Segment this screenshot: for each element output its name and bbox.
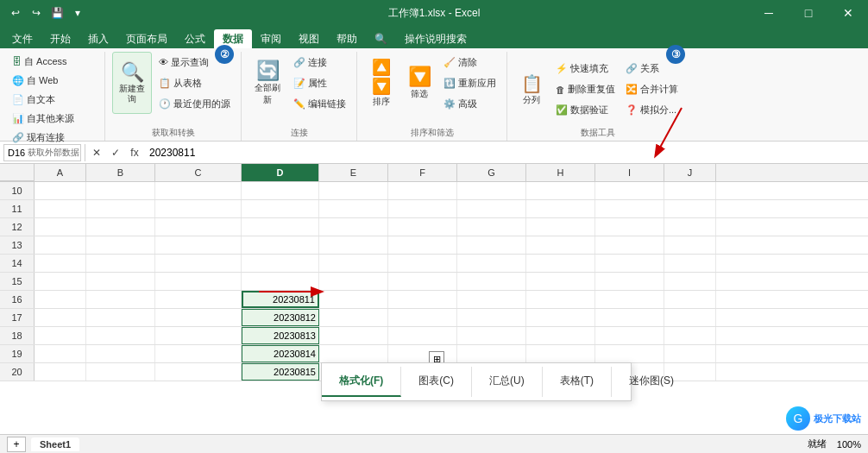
grid-cell[interactable] xyxy=(526,345,595,362)
grid-cell[interactable] xyxy=(526,255,595,272)
web-button[interactable]: 🌐 自 Web xyxy=(9,71,61,90)
row-header[interactable]: 17 xyxy=(0,309,35,326)
grid-cell[interactable] xyxy=(319,291,388,308)
col-header-b[interactable]: B xyxy=(86,164,155,181)
grid-cell[interactable]: 20230811 xyxy=(242,291,319,308)
col-header-c[interactable]: C xyxy=(155,164,242,181)
grid-cell[interactable] xyxy=(319,345,388,362)
grid-cell[interactable] xyxy=(595,345,664,362)
grid-cell[interactable] xyxy=(319,309,388,326)
tab-help[interactable]: 帮助 xyxy=(328,29,366,48)
clear-button[interactable]: 🧹 清除 xyxy=(440,54,500,71)
grid-cell[interactable] xyxy=(319,273,388,290)
grid-cell[interactable] xyxy=(595,200,664,217)
grid-cell[interactable] xyxy=(319,236,388,254)
grid-cell[interactable] xyxy=(86,255,155,272)
grid-cell[interactable] xyxy=(35,218,86,236)
grid-cell[interactable] xyxy=(155,236,242,254)
grid-cell[interactable] xyxy=(86,200,155,217)
col-header-h[interactable]: H xyxy=(526,164,595,181)
grid-cell[interactable] xyxy=(35,309,86,326)
grid-cell[interactable] xyxy=(388,291,457,308)
grid-cell[interactable] xyxy=(319,255,388,272)
filter-button[interactable]: 🔽 筛选 xyxy=(402,52,437,114)
grid-cell[interactable] xyxy=(155,218,242,236)
grid-cell[interactable] xyxy=(664,273,716,290)
close-button[interactable]: ✕ xyxy=(828,0,868,26)
grid-cell[interactable] xyxy=(86,363,155,381)
grid-cell[interactable] xyxy=(457,291,526,308)
row-header[interactable]: 14 xyxy=(0,255,35,272)
grid-cell[interactable] xyxy=(86,273,155,290)
grid-cell[interactable] xyxy=(35,200,86,217)
grid-cell[interactable] xyxy=(526,182,595,199)
grid-cell[interactable] xyxy=(595,327,664,344)
grid-cell[interactable] xyxy=(595,291,664,308)
consolidate-button[interactable]: 🔀 合并计算 xyxy=(622,81,682,98)
grid-cell[interactable]: 20230815 xyxy=(242,363,319,381)
grid-cell[interactable] xyxy=(526,291,595,308)
flash-fill-button[interactable]: ⚡ 快速填充 xyxy=(552,60,619,77)
maximize-button[interactable]: □ xyxy=(789,0,828,26)
tab-file[interactable]: 文件 xyxy=(3,29,41,48)
sheet-tab-1[interactable]: Sheet1 xyxy=(31,437,79,451)
grid-cell[interactable] xyxy=(526,200,595,217)
grid-cell[interactable] xyxy=(319,182,388,199)
grid-cell[interactable] xyxy=(155,273,242,290)
row-header[interactable]: 20 xyxy=(0,363,35,381)
properties-button[interactable]: 📝 属性 xyxy=(290,75,349,91)
grid-cell[interactable] xyxy=(526,236,595,254)
access-button[interactable]: 🗄 自 Access xyxy=(9,52,71,71)
grid-cell[interactable] xyxy=(242,182,319,199)
remove-dup-button[interactable]: 🗑 删除重复值 xyxy=(552,81,619,98)
grid-cell[interactable] xyxy=(388,200,457,217)
grid-cell[interactable] xyxy=(595,182,664,199)
row-header[interactable]: 13 xyxy=(0,236,35,254)
grid-cell[interactable] xyxy=(595,273,664,290)
chart-menu-item[interactable]: 图表(C) xyxy=(401,367,472,397)
grid-cell[interactable] xyxy=(457,236,526,254)
grid-cell[interactable] xyxy=(457,218,526,236)
tab-search-icon[interactable]: 🔍 xyxy=(366,29,396,48)
customize-qa-button[interactable]: ▾ xyxy=(69,4,86,22)
sort-az-button[interactable]: 🔼🔽 排序 xyxy=(364,52,399,114)
grid-cell[interactable] xyxy=(242,255,319,272)
row-header[interactable]: 18 xyxy=(0,327,35,344)
grid-cell[interactable] xyxy=(319,327,388,344)
grid-cell[interactable] xyxy=(242,218,319,236)
grid-cell[interactable] xyxy=(35,273,86,290)
grid-cell[interactable] xyxy=(664,309,716,326)
grid-cell[interactable] xyxy=(457,255,526,272)
tab-search-text[interactable]: 操作说明搜索 xyxy=(396,29,475,48)
grid-cell[interactable] xyxy=(526,327,595,344)
grid-cell[interactable] xyxy=(86,236,155,254)
grid-cell[interactable] xyxy=(595,236,664,254)
grid-cell[interactable] xyxy=(35,291,86,308)
confirm-formula-button[interactable]: ✓ xyxy=(108,145,123,160)
col-header-a[interactable]: A xyxy=(35,164,86,181)
advanced-button[interactable]: ⚙️ 高级 xyxy=(440,96,500,112)
row-header[interactable]: 10 xyxy=(0,182,35,199)
other-sources-button[interactable]: 📊 自其他来源 xyxy=(9,109,78,128)
col-header-j[interactable]: J xyxy=(664,164,716,181)
grid-cell[interactable] xyxy=(526,309,595,326)
tab-view[interactable]: 视图 xyxy=(290,29,328,48)
col-header-f[interactable]: F xyxy=(388,164,457,181)
grid-cell[interactable] xyxy=(457,345,526,362)
grid-cell[interactable] xyxy=(664,236,716,254)
grid-cell[interactable]: 20230814 xyxy=(242,345,319,362)
undo-button[interactable]: ↩ xyxy=(7,4,24,22)
from-table-button[interactable]: 📋 从表格 xyxy=(155,75,234,91)
grid-cell[interactable] xyxy=(35,345,86,362)
grid-cell[interactable] xyxy=(388,218,457,236)
grid-cell[interactable] xyxy=(664,200,716,217)
reapply-button[interactable]: 🔃 重新应用 xyxy=(440,75,500,91)
row-header[interactable]: 16 xyxy=(0,291,35,308)
grid-cell[interactable] xyxy=(664,327,716,344)
grid-cell[interactable]: 20230813 xyxy=(242,327,319,344)
grid-cell[interactable] xyxy=(155,327,242,344)
save-button[interactable]: 💾 xyxy=(48,4,66,22)
existing-connections-button[interactable]: 🔗 现有连接 xyxy=(9,128,68,147)
formula-input[interactable] xyxy=(146,144,865,161)
grid-cell[interactable] xyxy=(155,182,242,199)
